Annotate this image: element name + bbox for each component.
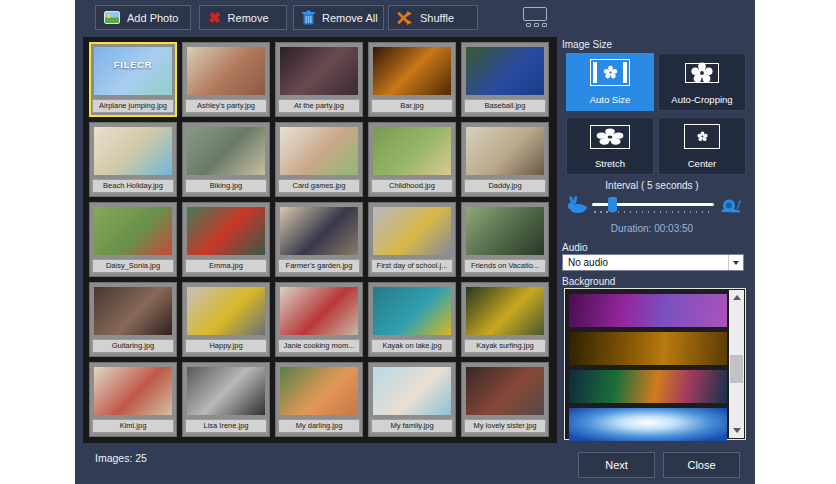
photo-thumbnail-cell[interactable]: Baseball.jpg [461,42,549,117]
remove-button[interactable]: ✖ Remove [199,5,287,30]
close-label: Close [687,459,715,471]
photo-thumbnail-cell[interactable]: Guitaring.jpg [89,282,177,357]
center-label: Center [688,158,717,169]
center-button[interactable]: Center [658,117,746,175]
photo-thumbnail-cell[interactable]: Biking.jpg [182,122,270,197]
photo-image [466,127,544,175]
photo-thumbnail-cell[interactable]: Friends on Vacatio... [461,202,549,277]
auto-size-icon [567,54,653,91]
photo-image [373,127,451,175]
photo-thumbnail-cell[interactable]: Beach Holiday.jpg [89,122,177,197]
audio-select[interactable]: No audio [562,254,744,271]
photo-thumbnail-cell[interactable]: Kimi.jpg [89,362,177,437]
display-mode-icon[interactable] [523,7,549,29]
center-icon [659,118,745,155]
interval-label: Interval ( 5 seconds ) [560,180,744,191]
image-size-label: Image Size [562,39,612,50]
photo-thumbnail-cell[interactable]: Kayak surfing.jpg [461,282,549,357]
photo-image [280,127,358,175]
photo-thumbnail-cell[interactable]: Lisa Irene.jpg [182,362,270,437]
scrollbar-thumb[interactable] [730,355,743,383]
photo-filename: Farmer's garden.jpg [278,259,360,273]
close-button[interactable]: Close [663,452,740,478]
purple-galaxy-thumbnail[interactable] [569,294,727,327]
photo-thumbnail-cell[interactable]: Ashley's party.jpg [182,42,270,117]
bokeh-lights-thumbnail[interactable] [569,370,727,403]
watermark-text: FILECR [91,60,175,70]
photo-filename: Daisy_Sonia.jpg [92,259,174,273]
photo-image [373,287,451,335]
remove-all-button[interactable]: Remove All [293,5,384,30]
photo-thumbnail-cell[interactable]: My lovely sister.jpg [461,362,549,437]
auto-cropping-label: Auto-Cropping [671,94,732,105]
photo-filename: My family.jpg [371,419,453,433]
photo-thumbnail-cell[interactable]: Card games.jpg [275,122,363,197]
photo-image [280,47,358,95]
photo-filename: Daddy.jpg [464,179,546,193]
photo-image [94,367,172,415]
blue-burst-thumbnail[interactable] [569,408,727,441]
app-window: Add Photo ✖ Remove Remove All Shuffle FI… [75,0,755,484]
scrollbar-track[interactable] [729,305,744,423]
red-x-icon: ✖ [208,10,221,25]
photo-thumbnail-cell[interactable]: Childhood.jpg [368,122,456,197]
snail-icon [720,198,742,217]
remove-all-label: Remove All [322,12,378,24]
photo-thumbnail-cell[interactable]: Janie cooking mom... [275,282,363,357]
photo-thumbnail-cell[interactable]: My family.jpg [368,362,456,437]
trash-icon [302,10,315,25]
background-list-box [564,288,746,440]
scroll-down-icon[interactable] [729,423,744,438]
photo-thumbnail-cell[interactable]: Happy.jpg [182,282,270,357]
stretch-label: Stretch [595,158,625,169]
background-scrollbar[interactable] [729,290,744,438]
photo-image [280,287,358,335]
add-photo-button[interactable]: Add Photo [95,5,191,30]
photo-filename: Beach Holiday.jpg [92,179,174,193]
photo-image [373,47,451,95]
shuffle-button[interactable]: Shuffle [388,5,478,30]
photo-thumbnail-cell[interactable]: Emma.jpg [182,202,270,277]
stretch-button[interactable]: Stretch [566,117,654,175]
photo-filename: Friends on Vacatio... [464,259,546,273]
photo-thumbnail-cell[interactable]: FILECR Airplane jumping.jpg [89,42,177,117]
photo-thumbnail-cell[interactable]: Farmer's garden.jpg [275,202,363,277]
photo-filename: Biking.jpg [185,179,267,193]
photo-filename: Lisa Irene.jpg [185,419,267,433]
photo-image [187,207,265,255]
photo-image [187,127,265,175]
slider-thumb[interactable] [608,197,617,212]
scroll-up-icon[interactable] [729,290,744,305]
remove-label: Remove [228,12,269,24]
photo-image [466,367,544,415]
next-button[interactable]: Next [578,452,655,478]
photo-filename: Kayak on lake.jpg [371,339,453,353]
audio-selected-value: No audio [563,257,728,268]
photo-filename: First day of school.j... [371,259,453,273]
photo-image [373,367,451,415]
next-label: Next [605,459,628,471]
gold-confetti-thumbnail[interactable] [569,332,727,365]
photo-thumbnail-cell[interactable]: Bar.jpg [368,42,456,117]
photo-filename: My darling.jpg [278,419,360,433]
photo-filename: At the party.jpg [278,99,360,113]
photo-thumbnail-cell[interactable]: At the party.jpg [275,42,363,117]
auto-size-button[interactable]: Auto Size [566,53,654,111]
photo-image [187,287,265,335]
auto-size-label: Auto Size [590,94,631,105]
stretch-icon [567,118,653,155]
photo-thumbnail-cell[interactable]: My darling.jpg [275,362,363,437]
photo-thumbnail-cell[interactable]: Kayak on lake.jpg [368,282,456,357]
photo-thumbnail-cell[interactable]: Daddy.jpg [461,122,549,197]
photo-image [94,47,172,95]
photo-thumbnail-cell[interactable]: First day of school.j... [368,202,456,277]
background-label: Background [562,276,615,287]
dropdown-arrow-icon[interactable] [728,255,743,270]
auto-cropping-button[interactable]: Auto-Cropping [658,53,746,111]
duration-text: Duration: 00:03:50 [560,223,744,234]
photo-image [466,207,544,255]
interval-slider-row [560,194,744,218]
interval-slider[interactable] [592,194,714,218]
photo-filename: Bar.jpg [371,99,453,113]
photo-thumbnail-cell[interactable]: Daisy_Sonia.jpg [89,202,177,277]
